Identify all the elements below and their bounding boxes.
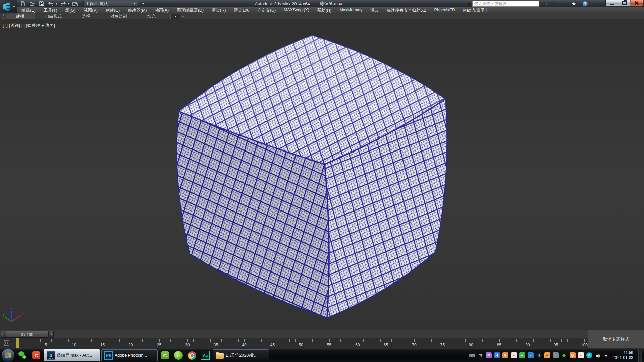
ruler-tick — [182, 339, 182, 342]
start-button[interactable] — [0, 349, 16, 362]
ribbon-tab-4[interactable]: 填充 — [137, 13, 166, 20]
menu-item-7[interactable]: 图形编辑器(D) — [173, 8, 208, 13]
minimize-button[interactable] — [606, 0, 618, 6]
woven-cube-model[interactable] — [0, 19, 644, 330]
menu-item-9[interactable]: 渲染100 — [230, 8, 253, 13]
ribbon-grip-handle[interactable] — [1, 14, 4, 19]
menu-item-8[interactable]: 渲染(R) — [208, 8, 230, 13]
archive-icon[interactable]: ■ — [544, 352, 550, 358]
taskbar-task-photoshop-task[interactable]: PsAdobe Photosh... — [101, 349, 158, 361]
communication-center-icon[interactable] — [561, 1, 568, 7]
menu-item-17[interactable]: Max 杀毒卫士 — [459, 8, 493, 13]
current-frame-marker[interactable] — [16, 338, 19, 348]
menu-item-0[interactable]: 编辑(E) — [17, 8, 40, 13]
menu-item-13[interactable]: MaxMummy — [335, 8, 366, 13]
ruler-tick — [380, 339, 381, 342]
viewport-menu-general[interactable]: [+] — [3, 23, 8, 29]
show-desktop-button[interactable] — [638, 348, 642, 362]
workspace-selector[interactable]: 工作区: 默认 ▼ — [83, 1, 138, 7]
cancel-expert-mode-button[interactable]: 取消专家模式 — [603, 336, 629, 342]
infocenter-collapse-icon[interactable]: ◀ — [467, 2, 470, 6]
menu-item-15[interactable]: 极速瘦身安全归档5.2 — [383, 8, 430, 13]
translate-icon[interactable]: 译 — [494, 352, 500, 358]
perspective-viewport[interactable]: [+] [透视] [明暗处理 + 边面] z y x — [0, 19, 644, 330]
qq-icon[interactable]: Q — [536, 352, 542, 358]
menu-item-5[interactable]: 修改器(M) — [124, 8, 151, 13]
menu-item-10[interactable]: 自定义(U) — [253, 8, 280, 13]
ruler-tick — [35, 339, 35, 342]
timeline-ruler[interactable]: 0510152025303540455055606570758085909510… — [0, 338, 588, 348]
network-icon[interactable]: ≡ — [603, 352, 609, 358]
wechat-tray-icon[interactable]: •• — [519, 352, 525, 358]
ribbon-tab-0[interactable]: 建模 — [6, 13, 35, 20]
task-label: E:\天竹2020\黄... — [226, 353, 257, 358]
help-icon[interactable]: ? — [583, 1, 588, 6]
viewport-menu-shading[interactable]: [明暗处理 + 边面] — [21, 23, 55, 29]
phone-sync-icon[interactable]: ⇅ — [502, 352, 508, 358]
menu-item-16[interactable]: PhoenixFD — [430, 8, 459, 13]
sign-in-key-icon[interactable] — [551, 1, 558, 7]
menu-item-2[interactable]: 组(G) — [61, 8, 80, 13]
restore-button[interactable] — [618, 0, 631, 6]
ruler-number-100: 100 — [581, 343, 588, 347]
hidden-icons-expander[interactable]: ⊡ — [477, 352, 483, 358]
capture-tool-icon[interactable]: N — [486, 352, 492, 358]
menu-item-3[interactable]: 视图(V) — [79, 8, 102, 13]
search-input[interactable] — [472, 1, 539, 7]
ruler-tick — [187, 339, 188, 342]
mobile-assistant-icon[interactable]: ● — [511, 352, 517, 358]
project-folder-button[interactable] — [71, 0, 79, 7]
favorites-star-icon[interactable] — [570, 1, 577, 7]
taskbar-icon-adobe-audition[interactable]: Au — [199, 349, 212, 362]
system-tray: ⌨⊡N译⇅●••✓Q■✓◉◎▲e◀)≡ 11:59 2021-01-08 — [469, 348, 644, 362]
ribbon-tab-3[interactable]: 对象绘制 — [100, 13, 137, 20]
viewport-menu-pov[interactable]: [透视] — [9, 23, 20, 29]
taskbar-icon-wechat[interactable] — [16, 349, 30, 362]
save-file-button[interactable] — [38, 0, 46, 7]
application-menu-button[interactable]: ▼ — [0, 0, 17, 13]
menu-item-12[interactable]: 帮助(H) — [313, 8, 335, 13]
nvidia-icon[interactable]: ◉ — [561, 352, 567, 358]
toolbar-overflow-button[interactable]: ▼ — [142, 2, 145, 5]
next-frame-button[interactable]: > — [48, 331, 54, 338]
taskbar-icon-360-browser[interactable]: e — [172, 349, 185, 362]
keyboard-icon[interactable]: ⌨ — [469, 352, 475, 358]
redo-button[interactable] — [59, 0, 67, 7]
time-slider-track[interactable]: < 0 / 100 > — [0, 330, 588, 339]
menu-item-14[interactable]: 渲云 — [366, 8, 383, 13]
taskbar-icon-camtasia-recorder[interactable]: C — [30, 349, 43, 362]
redo-dropdown[interactable]: ▼ — [67, 3, 70, 5]
taskbar-icon-camtasia-studio[interactable]: C — [158, 349, 172, 362]
menu-item-6[interactable]: 动画(A) — [151, 8, 173, 13]
previous-frame-button[interactable]: < — [1, 331, 6, 338]
close-icon — [635, 1, 639, 5]
ribbon-tab-2[interactable]: 选择 — [72, 13, 100, 20]
firewall-icon[interactable]: ▲ — [578, 352, 584, 358]
undo-dropdown[interactable]: ▼ — [55, 3, 58, 5]
close-button[interactable] — [631, 0, 643, 6]
ribbon-minimize-caret-icon[interactable]: ▼ — [182, 15, 184, 18]
search-icon[interactable] — [542, 1, 549, 7]
taskbar-task-3dsmax-task[interactable]: 3MAX藤编凳.max - Aut... — [44, 349, 100, 361]
ribbon-tab-1[interactable]: 自由形式 — [35, 13, 72, 20]
remove-hardware-icon[interactable]: ✓ — [553, 352, 559, 358]
menu-item-1[interactable]: 工具(T) — [40, 8, 61, 13]
ribbon-minimize-button[interactable]: ▼ — [170, 14, 180, 19]
chrome-icon — [188, 351, 196, 360]
help-dropdown-icon[interactable]: ▼ — [590, 2, 593, 5]
menu-item-11[interactable]: MAXScript(X) — [280, 8, 313, 13]
menu-item-4[interactable]: 创建(C) — [102, 8, 124, 13]
security-check-icon[interactable]: ✓ — [528, 352, 534, 358]
new-scene-button[interactable] — [19, 0, 27, 7]
open-file-button[interactable] — [28, 0, 36, 7]
mini-curve-editor-button[interactable] — [3, 340, 11, 346]
taskbar-clock[interactable]: 11:59 2021-01-08 — [613, 350, 633, 360]
taskbar-task-explorer-task[interactable]: E:\天竹2020\黄... — [213, 349, 269, 361]
volume-icon[interactable]: ◀) — [595, 352, 601, 358]
time-slider-handle[interactable]: 0 / 100 — [6, 331, 48, 338]
taskbar-icon-chrome[interactable] — [185, 349, 199, 362]
ruler-tick — [238, 339, 239, 342]
camera-icon[interactable]: ◎ — [570, 352, 576, 358]
undo-button[interactable] — [47, 0, 55, 7]
eset-icon[interactable]: e — [586, 352, 592, 358]
